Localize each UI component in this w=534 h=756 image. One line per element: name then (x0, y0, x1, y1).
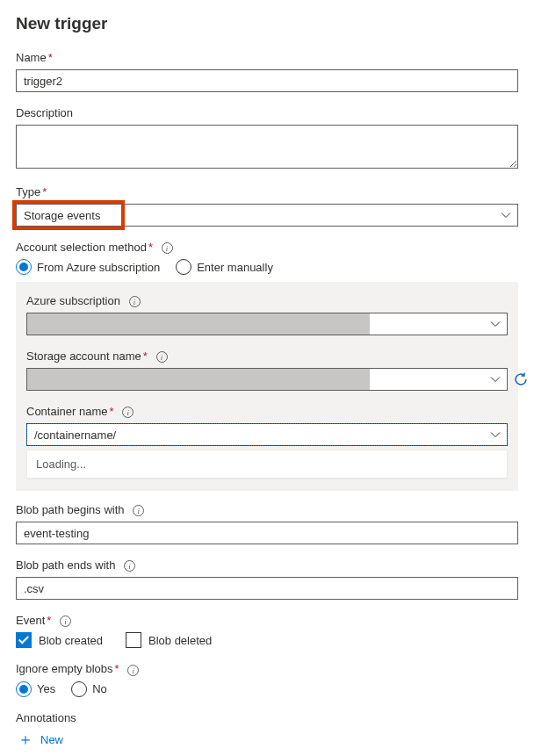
ignore-empty-label: Ignore empty blobs* i (16, 662, 518, 675)
type-select[interactable] (16, 204, 518, 227)
redacted-mask (27, 369, 370, 390)
name-label: Name* (16, 51, 518, 64)
info-icon[interactable]: i (162, 242, 173, 254)
checkbox-blob-created[interactable]: Blob created (16, 632, 103, 648)
type-label: Type* (16, 185, 518, 198)
begins-with-label: Blob path begins with i (16, 503, 518, 516)
radio-ignore-no[interactable]: No (71, 681, 107, 697)
description-input[interactable] (16, 125, 518, 169)
account-method-label: Account selection method* i (16, 241, 518, 254)
info-icon[interactable]: i (122, 407, 134, 418)
info-icon[interactable]: i (156, 351, 168, 363)
container-label: Container name* i (26, 405, 508, 418)
add-annotation-button[interactable]: ＋ New (16, 730, 65, 750)
name-input[interactable] (16, 69, 518, 92)
begins-with-input[interactable] (16, 522, 518, 544)
event-label: Event* i (16, 614, 518, 627)
info-icon[interactable]: i (129, 296, 141, 307)
info-icon[interactable]: i (124, 560, 135, 572)
container-dropdown-loading: Loading... (26, 450, 508, 479)
description-label: Description (16, 106, 518, 119)
subscription-label: Azure subscription i (26, 294, 508, 307)
info-icon[interactable]: i (133, 505, 144, 516)
required-asterisk: * (48, 51, 53, 64)
ends-with-label: Blob path ends with i (16, 558, 518, 572)
info-icon[interactable]: i (127, 665, 139, 676)
radio-ignore-yes[interactable]: Yes (16, 681, 55, 697)
info-icon[interactable]: i (60, 616, 71, 627)
storage-account-label: Storage account name* i (26, 349, 508, 363)
checkbox-blob-deleted[interactable]: Blob deleted (126, 632, 212, 648)
radio-from-azure[interactable]: From Azure subscription (16, 259, 160, 275)
refresh-icon[interactable] (513, 371, 529, 387)
plus-icon: ＋ (18, 733, 33, 745)
container-select[interactable] (26, 423, 508, 446)
radio-enter-manually[interactable]: Enter manually (176, 259, 273, 275)
page-title: New trigger (16, 14, 518, 33)
redacted-mask (27, 313, 370, 335)
annotations-label: Annotations (16, 711, 518, 724)
ends-with-input[interactable] (16, 577, 518, 600)
